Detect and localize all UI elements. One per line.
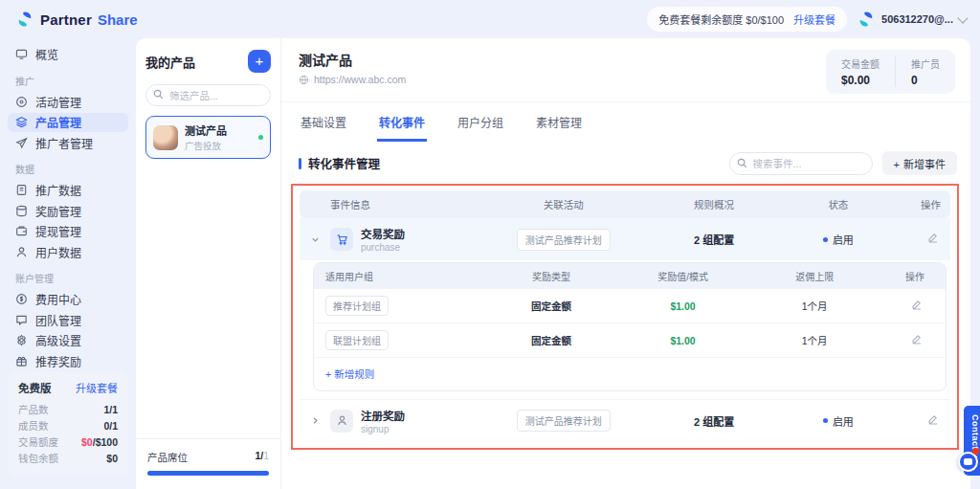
collapse-chevron-icon[interactable] [300, 235, 330, 244]
add-rule-link[interactable]: +新增规则 [314, 357, 946, 390]
product-list-item[interactable]: 测试产品 广告投放 [145, 116, 271, 159]
page-title: 测试产品 [299, 50, 406, 69]
sidebar-item-overview[interactable]: 概览 [8, 45, 128, 64]
product-filter-input[interactable] [145, 84, 271, 106]
plan-row-members: 成员数0/1 [18, 418, 118, 434]
event-row-signup[interactable]: 注册奖励 signup 测试产品推荐计划 2 组配置 启用 [300, 399, 950, 441]
rule-row: 推荐计划组 固定金额 $1.00 1个月 [314, 288, 946, 322]
tab-basic-settings[interactable]: 基础设置 [299, 106, 348, 142]
status-badge: 启用 [790, 232, 887, 247]
gear-icon [15, 334, 28, 346]
online-status-dot [258, 135, 263, 140]
sidebar-item-referral-rewards[interactable]: 推荐奖励 [8, 352, 128, 371]
event-row-purchase[interactable]: 交易奖励 purchase 测试产品推荐计划 2 组配置 启用 [300, 218, 950, 260]
paper-plane-icon [15, 137, 28, 149]
expand-chevron-icon[interactable] [300, 416, 330, 425]
sidebar-section-account: 账户管理 [15, 271, 121, 285]
sidebar-item-user-data[interactable]: 用户数据 [8, 243, 128, 262]
product-tabs: 基础设置 转化事件 用户分组 素材管理 [281, 101, 970, 142]
tab-user-groups[interactable]: 用户分组 [456, 106, 505, 142]
stat-promoters: 推广员 0 [895, 56, 955, 87]
gift-icon [15, 355, 28, 367]
quota-pill: 免费套餐剩余额度 $0/$100 升级套餐 [647, 7, 847, 32]
add-event-button[interactable]: +新增事件 [882, 151, 957, 175]
rules-table-header: 适用用户组 奖励类型 奖励值/模式 返佣上限 操作 [314, 263, 946, 288]
quota-text: 免费套餐剩余额度 $0/$100 [658, 11, 784, 27]
edit-icon[interactable] [911, 334, 923, 345]
sidebar-item-label: 推广数据 [35, 182, 81, 198]
brand-logo-icon [15, 10, 34, 29]
sidebar-item-billing[interactable]: 费用中心 [8, 290, 128, 309]
plus-icon: + [894, 159, 900, 170]
brand-logo: PartnerShare [15, 10, 138, 29]
event-code: signup [361, 424, 405, 434]
sidebar-item-label: 团队管理 [35, 312, 81, 328]
rule-row: 联盟计划组 固定金额 $1.00 1个月 [314, 322, 946, 357]
rule-summary: 2 组配置 [638, 413, 789, 429]
plan-upgrade-link[interactable]: 升级套餐 [76, 380, 118, 395]
plan-summary-card: 免费版 升级套餐 产品数1/1 成员数0/1 交易额度 $0/$100 钱包余额… [8, 371, 128, 476]
event-title: 交易奖励 [361, 226, 405, 241]
status-badge: 启用 [790, 413, 887, 429]
brand-name-part1: Partner [40, 11, 92, 28]
search-icon [737, 158, 747, 168]
product-item-subtitle: 广告投放 [185, 139, 252, 152]
quota-used: $0 [81, 436, 93, 448]
target-icon [15, 96, 28, 108]
chat-square-icon [15, 314, 28, 326]
sidebar-item-label: 推荐奖励 [35, 353, 81, 369]
seats-total: 1 [263, 450, 269, 461]
chevron-down-icon [957, 12, 968, 23]
annotation-highlight-box: 事件信息 关联活动 规则概况 状态 操作 交易奖励 purchase [291, 184, 959, 450]
edit-icon[interactable] [927, 414, 939, 426]
plan-row-products: 产品数1/1 [18, 402, 118, 418]
sidebar-item-label: 高级设置 [35, 332, 81, 348]
status-dot [823, 418, 828, 423]
sidebar-item-products[interactable]: 产品管理 [8, 113, 128, 132]
plan-name: 免费版 [18, 380, 52, 395]
sidebar-section-data: 数据 [15, 162, 121, 176]
linked-campaign-tag: 测试产品推荐计划 [517, 229, 611, 251]
plan-row-wallet: 钱包余额$0 [18, 451, 118, 467]
tab-materials[interactable]: 素材管理 [534, 106, 584, 142]
user-icon [330, 410, 353, 433]
sidebar-item-label: 提现管理 [35, 223, 81, 239]
sidebar-item-campaigns[interactable]: 活动管理 [8, 93, 128, 112]
account-name: 506312270@... [881, 13, 953, 25]
account-menu[interactable]: 506312270@... [857, 10, 967, 29]
events-table-header: 事件信息 关联活动 规则概况 状态 操作 [300, 190, 950, 218]
add-product-button[interactable]: + [248, 50, 271, 73]
sidebar-item-advanced-settings[interactable]: 高级设置 [8, 331, 128, 350]
event-code: purchase [361, 242, 405, 253]
sidebar-item-label: 活动管理 [35, 94, 81, 110]
user-icon [15, 246, 28, 258]
seats-current: 1/ [255, 450, 263, 461]
notification-dot [972, 448, 979, 455]
sidebar-item-promoters[interactable]: 推广者管理 [8, 134, 128, 153]
event-title: 注册奖励 [361, 408, 405, 423]
tab-conversion-events[interactable]: 转化事件 [377, 106, 427, 142]
sidebar-item-rewards[interactable]: 奖励管理 [8, 202, 128, 221]
edit-icon[interactable] [927, 233, 939, 244]
edit-icon[interactable] [911, 300, 923, 311]
database-icon [15, 205, 28, 217]
account-avatar [857, 10, 876, 29]
sidebar-item-withdrawals[interactable]: 提现管理 [8, 222, 128, 241]
sidebar-item-label: 用户数据 [35, 244, 81, 260]
product-url[interactable]: https://www.abc.com [314, 74, 406, 85]
sidebar-item-label: 概览 [35, 46, 58, 62]
monitor-icon [15, 48, 28, 60]
section-title: 转化事件管理 [299, 154, 380, 172]
sidebar-item-promo-data[interactable]: 推广数据 [8, 181, 128, 200]
event-search-input[interactable] [729, 152, 873, 175]
top-header: PartnerShare 免费套餐剩余额度 $0/$100 升级套餐 50631… [0, 0, 980, 38]
sidebar: 概览 推广 活动管理 产品管理 推广者管理 数据 推广数据 奖励管理 提现管理 … [0, 38, 136, 489]
sidebar-item-team[interactable]: 团队管理 [8, 311, 128, 330]
upgrade-plan-link[interactable]: 升级套餐 [793, 11, 835, 27]
accent-bar [299, 158, 301, 169]
main-panel: 测试产品 https://www.abc.com 交易金额 $0.00 推广员 … [281, 38, 970, 489]
workspace-card: 我的产品 + 测试产品 广告投放 产品席位 1/1 测试产品 [136, 38, 970, 489]
reward-value: $1.00 [617, 300, 749, 312]
chat-bubble-icon[interactable] [958, 452, 978, 472]
stat-transaction-amount: 交易金额 $0.00 [826, 56, 895, 87]
